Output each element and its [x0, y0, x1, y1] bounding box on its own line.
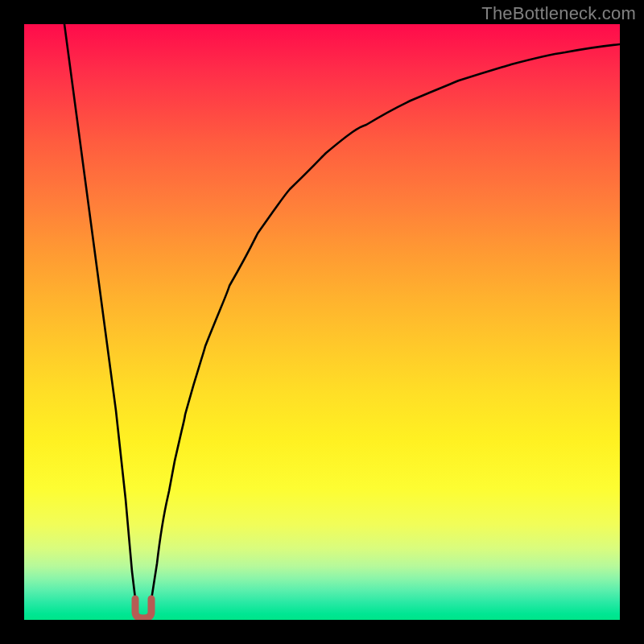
curve-right-branch — [150, 44, 620, 612]
curve-left-branch — [64, 24, 137, 612]
chart-frame: TheBottleneck.com — [0, 0, 644, 644]
bottleneck-curve-svg — [24, 24, 620, 620]
plot-area — [24, 24, 620, 620]
minimum-notch-icon — [135, 599, 151, 618]
watermark-label: TheBottleneck.com — [481, 3, 636, 24]
